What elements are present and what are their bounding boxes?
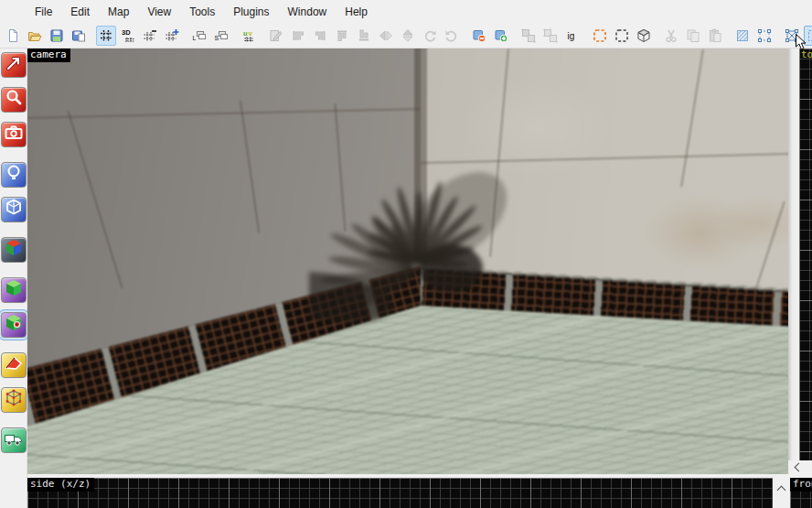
- top-view-hscrollbar[interactable]: [788, 460, 812, 474]
- texture-application-mode-icon: [735, 28, 750, 43]
- mouse-cursor: [795, 33, 807, 51]
- hide-selected-button[interactable]: [469, 26, 489, 46]
- scroll-left-arrow-icon[interactable]: [795, 463, 804, 472]
- toolbar-group: LS: [188, 26, 232, 46]
- clip-tool-button[interactable]: [1, 352, 27, 378]
- group-icon: [521, 28, 536, 43]
- menu-window[interactable]: Window: [279, 2, 337, 22]
- rotate-clockwise-icon: [422, 28, 437, 43]
- ungroup-button: [540, 26, 561, 46]
- ignore-groups-icon: ig: [565, 28, 580, 43]
- toggle-3d-grid-button[interactable]: 3D: [118, 26, 138, 46]
- larger-grid-button[interactable]: [162, 26, 182, 46]
- toggle-grid-icon: [99, 28, 113, 43]
- texture-application-tool-button[interactable]: [1, 237, 27, 263]
- texture-lock-button[interactable]: uv: [239, 26, 259, 46]
- toggle-models-button[interactable]: [634, 26, 654, 46]
- new-file-icon: [5, 28, 20, 43]
- svg-text:S: S: [215, 35, 219, 41]
- load-window-state-button[interactable]: L: [189, 26, 209, 46]
- larger-grid-icon: [165, 28, 179, 43]
- texture-lock-icon: uv: [241, 28, 256, 43]
- smaller-grid-button[interactable]: [140, 26, 160, 46]
- cordon-toggle-button[interactable]: [612, 26, 632, 46]
- rotate-counterclockwise-icon: [444, 28, 459, 43]
- toolbar-group: [732, 26, 775, 46]
- top-view-scrollbar-track[interactable]: [788, 49, 799, 460]
- ignore-groups-button[interactable]: ig: [562, 26, 582, 46]
- viewport-label-camera: camera: [27, 49, 70, 62]
- scroll-up-arrow-icon[interactable]: [777, 486, 786, 495]
- camera-tool-button[interactable]: [1, 122, 27, 147]
- texture-application-mode-button[interactable]: [732, 26, 753, 46]
- toolbar-group: [468, 26, 512, 46]
- save-window-state-icon: S: [214, 28, 229, 43]
- scene-render: [27, 49, 788, 474]
- save-window-state-button[interactable]: S: [211, 26, 231, 46]
- menu-map[interactable]: Map: [99, 2, 138, 22]
- copy-button: [683, 26, 703, 46]
- tool-sidebar: [0, 49, 27, 508]
- toggle-3d-grid-icon: 3D: [121, 28, 135, 43]
- save-file-icon: [49, 28, 64, 43]
- svg-text:u: u: [243, 29, 248, 38]
- paste-icon: [708, 28, 722, 43]
- smaller-grid-icon: [143, 28, 157, 43]
- open-file-button[interactable]: [25, 26, 45, 46]
- toolbar-group: [589, 26, 655, 46]
- toggle-grid-button[interactable]: [96, 26, 116, 46]
- entity-tool-icon: [3, 162, 25, 188]
- svg-text:v: v: [249, 29, 253, 38]
- apply-decals-tool-button[interactable]: [1, 312, 27, 338]
- menu-view[interactable]: View: [138, 2, 180, 22]
- object-properties-icon: [269, 28, 283, 43]
- path-tool-icon: [3, 427, 25, 453]
- map-editor-window: FileEditMapViewToolsPluginsWindowHelp 3D…: [0, 0, 812, 508]
- viewport-label-side: side (x/z): [27, 478, 94, 492]
- align-top-icon: [335, 28, 349, 43]
- brush-tool-icon: [3, 197, 25, 222]
- main-toolbar: 3DLSuvig: [0, 24, 812, 49]
- menu-plugins[interactable]: Plugins: [224, 2, 278, 22]
- cordon-edit-button[interactable]: [590, 26, 610, 46]
- new-file-button[interactable]: [3, 26, 23, 46]
- front-viewport-2d[interactable]: fron: [790, 478, 812, 508]
- side-view-vscrollbar[interactable]: [773, 478, 790, 508]
- save-as-icon: [71, 28, 86, 43]
- save-as-button[interactable]: [69, 26, 89, 46]
- top-viewport-2d[interactable]: top: [799, 49, 812, 460]
- toolbar-group: uv: [238, 26, 260, 46]
- group-button: [518, 26, 539, 46]
- selection-tool-button[interactable]: [1, 52, 27, 78]
- hide-selected-icon: [472, 28, 486, 43]
- camera-viewport-3d[interactable]: camera: [27, 49, 788, 474]
- load-window-state-icon: L: [192, 28, 207, 43]
- path-tool-button[interactable]: [1, 427, 27, 453]
- apply-texture-tool-button[interactable]: [1, 277, 27, 303]
- menu-help[interactable]: Help: [336, 2, 377, 22]
- magnify-tool-button[interactable]: [1, 87, 27, 113]
- menu-tools[interactable]: Tools: [180, 2, 224, 22]
- align-left-icon: [291, 28, 305, 43]
- texture-application-tool-icon: [3, 237, 25, 263]
- select-by-handles-button[interactable]: [754, 26, 775, 46]
- menu-file[interactable]: File: [26, 2, 61, 22]
- entity-tool-button[interactable]: [1, 162, 27, 188]
- flip-vertical-icon: [401, 28, 415, 43]
- cut-icon: [664, 28, 678, 43]
- save-file-button[interactable]: [47, 26, 67, 46]
- svg-text:3D: 3D: [122, 28, 131, 37]
- ungroup-icon: [543, 28, 558, 43]
- selection-tool-icon: [3, 52, 25, 78]
- brush-tool-button[interactable]: [1, 197, 27, 222]
- show-hidden-button[interactable]: [491, 26, 511, 46]
- menu-bar: FileEditMapViewToolsPluginsWindowHelp: [0, 0, 812, 24]
- side-viewport-2d[interactable]: side (x/z): [27, 478, 773, 508]
- apply-texture-tool-icon: [3, 277, 25, 303]
- menu-edit[interactable]: Edit: [61, 2, 99, 22]
- object-properties-button: [266, 26, 286, 46]
- vertex-tool-button[interactable]: [1, 387, 27, 413]
- flip-horizontal-button: [376, 26, 396, 46]
- toolbar-group: [2, 26, 90, 46]
- cordon-edit-icon: [593, 28, 607, 43]
